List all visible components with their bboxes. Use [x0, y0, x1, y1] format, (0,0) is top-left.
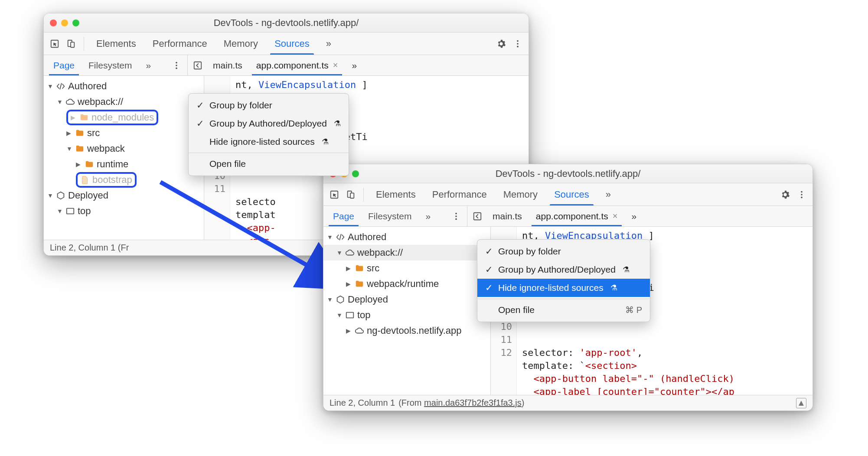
package-icon: [56, 191, 65, 200]
svg-point-16: [801, 194, 803, 195]
menu-hide-ignore-listed[interactable]: Hide ignore-listed sources⚗: [189, 133, 349, 151]
eject-icon[interactable]: ▲: [796, 398, 806, 408]
filetab-main[interactable]: main.ts: [486, 206, 528, 226]
subtab-filesystem[interactable]: Filesystem: [362, 206, 418, 226]
svg-point-20: [455, 218, 457, 220]
subtab-page[interactable]: Page: [47, 55, 81, 75]
minimize-dot[interactable]: [61, 20, 68, 26]
kebab-icon[interactable]: [794, 187, 809, 202]
tree-node-modules[interactable]: node_modules: [44, 110, 204, 125]
menu-group-by-authored[interactable]: ✓Group by Authored/Deployed⚗: [477, 261, 650, 279]
cloud-icon: [65, 97, 75, 107]
window-title: DevTools - ng-devtools.netlify.app/: [323, 168, 813, 179]
svg-point-18: [455, 212, 457, 214]
code-icon: [336, 232, 345, 242]
traffic-lights[interactable]: [50, 20, 79, 26]
menu-group-by-folder[interactable]: ✓Group by folder: [189, 96, 349, 114]
svg-point-8: [176, 67, 177, 69]
menu-group-by-authored[interactable]: ✓Group by Authored/Deployed⚗: [189, 114, 349, 133]
tree-bootstrap[interactable]: bootstrap: [44, 172, 204, 188]
main-toolbar: Elements Performance Memory Sources »: [323, 183, 813, 206]
filetab-main[interactable]: main.ts: [207, 55, 248, 75]
tab-more[interactable]: »: [319, 33, 338, 55]
tab-performance[interactable]: Performance: [146, 33, 214, 55]
tree-src[interactable]: src: [323, 261, 490, 276]
tab-elements[interactable]: Elements: [369, 183, 423, 205]
zoom-dot[interactable]: [72, 20, 79, 26]
filetab-app-component[interactable]: app.component.ts ×: [250, 55, 344, 75]
cloud-icon: [355, 326, 364, 335]
highlight-node-modules: node_modules: [66, 110, 158, 125]
menu-hide-ignore-listed[interactable]: ✓Hide ignore-listed sources⚗: [477, 279, 650, 297]
nav-back-icon[interactable]: [470, 209, 485, 224]
tab-memory[interactable]: Memory: [496, 183, 545, 205]
subtab-page[interactable]: Page: [327, 206, 360, 226]
tree-deployed[interactable]: Deployed: [44, 188, 204, 203]
tree-webpack-folder[interactable]: webpack: [44, 141, 204, 156]
file-tree: Authored webpack:// src webpack/runtime …: [323, 227, 491, 395]
device-icon[interactable]: [343, 187, 358, 202]
menu-group-by-folder[interactable]: ✓Group by folder: [477, 242, 650, 261]
tab-performance[interactable]: Performance: [425, 183, 494, 205]
tree-ng-host[interactable]: ng-devtools.netlify.app: [323, 323, 490, 339]
subtab-more[interactable]: »: [419, 206, 437, 226]
tree-authored[interactable]: Authored: [323, 229, 490, 245]
cloud-icon: [345, 248, 355, 257]
filetab-app-component[interactable]: app.component.ts×: [530, 206, 624, 226]
subtab-kebab-icon[interactable]: [169, 58, 184, 73]
flask-icon: ⚗: [623, 265, 630, 274]
tree-top[interactable]: top: [44, 203, 204, 219]
svg-rect-2: [71, 42, 74, 47]
folder-icon: [75, 144, 85, 153]
tab-elements[interactable]: Elements: [89, 33, 143, 55]
tree-webpack-scheme[interactable]: webpack://: [323, 245, 490, 261]
tab-memory[interactable]: Memory: [217, 33, 265, 55]
close-icon[interactable]: ×: [613, 211, 618, 221]
svg-rect-10: [67, 208, 74, 214]
file-icon: [80, 175, 90, 185]
titlebar[interactable]: DevTools - ng-devtools.netlify.app/: [323, 164, 813, 183]
status-from: (From main.da63f7b2fe3f1fa3.js): [398, 398, 524, 408]
tree-src[interactable]: src: [44, 125, 204, 141]
svg-point-4: [517, 43, 519, 45]
settings-icon[interactable]: [494, 36, 509, 51]
tree-deployed[interactable]: Deployed: [323, 292, 490, 307]
tree-runtime[interactable]: runtime: [44, 156, 204, 172]
svg-point-6: [176, 62, 177, 63]
subtab-filesystem[interactable]: Filesystem: [82, 55, 138, 75]
tab-sources[interactable]: Sources: [547, 183, 596, 205]
tree-webpack-scheme[interactable]: webpack://: [44, 94, 204, 110]
svg-rect-21: [474, 212, 481, 220]
device-icon[interactable]: [64, 36, 78, 51]
main-toolbar: Elements Performance Memory Sources »: [44, 33, 529, 55]
window-title: DevTools - ng-devtools.netlify.app/: [44, 17, 529, 29]
settings-icon[interactable]: [778, 187, 793, 202]
context-menu-after: ✓Group by folder ✓Group by Authored/Depl…: [477, 239, 650, 322]
highlight-bootstrap: bootstrap: [76, 172, 137, 188]
menu-open-file[interactable]: Open file: [189, 155, 349, 173]
tree-top[interactable]: top: [323, 307, 490, 323]
titlebar[interactable]: DevTools - ng-devtools.netlify.app/: [44, 13, 529, 33]
close-dot[interactable]: [50, 20, 57, 26]
subtab-kebab-icon[interactable]: [449, 209, 463, 224]
frame-icon: [65, 206, 75, 216]
kebab-icon[interactable]: [510, 36, 525, 51]
filetab-more[interactable]: »: [625, 206, 643, 226]
file-tree: Authored webpack:// node_modules src web…: [44, 76, 204, 240]
menu-open-file[interactable]: Open file⌘ P: [477, 301, 650, 319]
tree-authored[interactable]: Authored: [44, 78, 204, 94]
svg-point-17: [801, 196, 803, 198]
inspect-icon[interactable]: [327, 187, 342, 202]
tab-sources[interactable]: Sources: [268, 33, 317, 55]
subtab-more[interactable]: »: [140, 55, 157, 75]
inspect-icon[interactable]: [47, 36, 62, 51]
folder-icon: [355, 264, 364, 273]
tab-more[interactable]: »: [599, 183, 618, 205]
filetab-more[interactable]: »: [346, 55, 363, 75]
zoom-dot[interactable]: [352, 170, 359, 177]
nav-back-icon[interactable]: [190, 58, 205, 73]
svg-point-7: [176, 65, 177, 66]
svg-point-19: [455, 215, 457, 217]
tree-webpack-runtime[interactable]: webpack/runtime: [323, 276, 490, 292]
close-icon[interactable]: ×: [333, 60, 338, 70]
